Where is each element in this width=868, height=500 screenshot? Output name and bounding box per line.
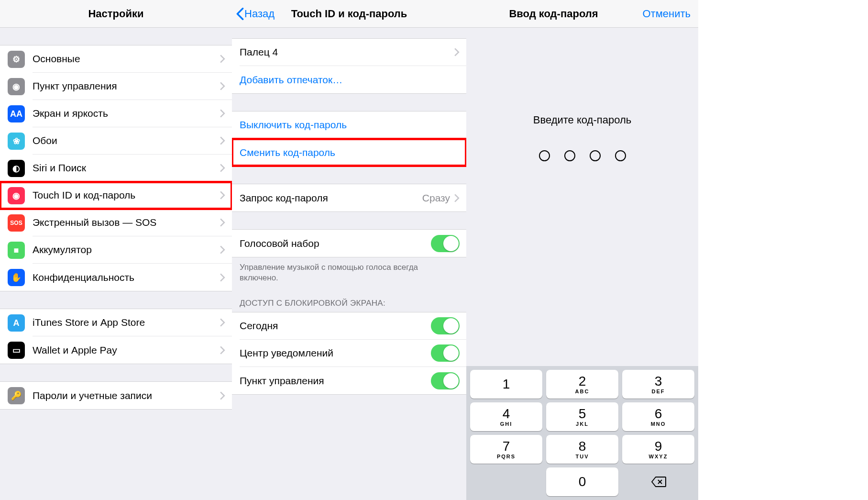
require-passcode-label: Запрос код-пароля <box>240 192 422 204</box>
chevron-right-icon <box>220 136 225 145</box>
keypad-key-letters: JKL <box>576 421 589 427</box>
passcode-dot <box>590 150 601 161</box>
add-fingerprint-cell[interactable]: Добавить отпечаток… <box>232 66 466 93</box>
disable-passcode-label: Выключить код-пароль <box>240 119 460 131</box>
keypad-blank <box>470 467 542 496</box>
accounts-icon: 🔑 <box>8 387 25 404</box>
require-passcode-cell[interactable]: Запрос код-пароля Сразу <box>232 184 466 211</box>
keypad-key-5[interactable]: 5JKL <box>546 402 618 431</box>
settings-cell[interactable]: ◉Touch ID и код-пароль <box>0 182 232 209</box>
keypad-key-1[interactable]: 1 <box>470 370 542 399</box>
nav-title: Touch ID и код-пароль <box>266 8 432 20</box>
keypad-key-number: 3 <box>655 375 662 388</box>
chevron-right-icon <box>220 82 225 90</box>
settings-cell[interactable]: ▭Wallet и Apple Pay <box>0 336 232 364</box>
settings-cell-label: Siri и Поиск <box>33 162 220 174</box>
chevron-right-icon <box>220 346 225 355</box>
keypad-key-2[interactable]: 2ABC <box>546 370 618 399</box>
keypad-key-letters: GHI <box>500 421 513 427</box>
settings-cell[interactable]: SOSЭкстренный вызов — SOS <box>0 209 232 236</box>
navbar-settings: Настройки <box>0 0 232 28</box>
keypad-delete[interactable] <box>622 467 694 496</box>
settings-cell[interactable]: ❀Обои <box>0 127 232 155</box>
keypad-key-number: 5 <box>579 407 586 421</box>
keypad-key-8[interactable]: 8TUV <box>546 435 618 464</box>
passcode-dot <box>615 150 626 161</box>
change-passcode-label: Сменить код-пароль <box>240 147 460 158</box>
chevron-right-icon <box>220 191 225 200</box>
lockscreen-item-cell[interactable]: Пункт управления <box>232 367 466 394</box>
settings-cell[interactable]: ⚙Основные <box>0 45 232 73</box>
settings-cell[interactable]: ◉Пункт управления <box>0 73 232 100</box>
voice-dial-cell[interactable]: Голосовой набор <box>232 230 466 257</box>
keypad-key-number: 6 <box>655 407 662 421</box>
passcode-dots <box>539 150 626 161</box>
keypad-key-letters: PQRS <box>497 454 516 459</box>
settings-cell[interactable]: 🔑Пароли и учетные записи <box>0 382 232 409</box>
keypad-key-letters: WXYZ <box>649 454 668 459</box>
keypad-key-letters: TUV <box>576 454 589 459</box>
settings-cell-label: Экран и яркость <box>33 108 220 119</box>
disable-passcode-cell[interactable]: Выключить код-пароль <box>232 111 466 139</box>
voice-dial-label: Голосовой набор <box>240 238 431 249</box>
privacy-icon: ✋ <box>8 269 25 286</box>
touchid-content: Палец 4 Добавить отпечаток… Выключить ко… <box>232 28 466 500</box>
settings-panel: Настройки ⚙Основные◉Пункт управленияAAЭк… <box>0 0 232 500</box>
settings-cell-label: Основные <box>33 53 220 65</box>
settings-cell[interactable]: ◐Siri и Поиск <box>0 155 232 182</box>
lockscreen-item-cell[interactable]: Центр уведомлений <box>232 340 466 367</box>
settings-cell-label: Конфиденциальность <box>33 272 220 283</box>
lockscreen-item-toggle[interactable] <box>431 344 460 362</box>
settings-cell[interactable]: ✋Конфиденциальность <box>0 264 232 291</box>
keypad-key-3[interactable]: 3DEF <box>622 370 694 399</box>
keypad-key-6[interactable]: 6MNO <box>622 402 694 431</box>
touchid-icon: ◉ <box>8 187 25 204</box>
settings-cell-label: Пункт управления <box>33 80 220 92</box>
keypad-key-letters: MNO <box>651 421 666 427</box>
passcode-area: Введите код-пароль <box>466 28 698 161</box>
keypad-key-number: 8 <box>579 440 586 453</box>
numeric-keypad: 12ABC3DEF4GHI5JKL6MNO7PQRS8TUV9WXYZ0 <box>466 366 698 500</box>
passcode-panel: Ввод код-пароля Отменить Введите код-пар… <box>466 0 698 500</box>
gear-icon: ⚙ <box>8 51 25 68</box>
keypad-key-4[interactable]: 4GHI <box>470 402 542 431</box>
settings-cell-label: Аккумулятор <box>33 244 220 256</box>
cancel-button[interactable]: Отменить <box>642 8 691 20</box>
settings-cell[interactable]: ■Аккумулятор <box>0 236 232 264</box>
lockscreen-item-label: Сегодня <box>240 320 431 332</box>
lockscreen-item-cell[interactable]: Сегодня <box>232 312 466 340</box>
lockscreen-item-toggle[interactable] <box>431 372 460 389</box>
lockscreen-item-label: Центр уведомлений <box>240 347 431 359</box>
keypad-key-0[interactable]: 0 <box>546 467 618 496</box>
wallet-icon: ▭ <box>8 342 25 359</box>
nav-title: Настройки <box>88 8 143 20</box>
keypad-key-9[interactable]: 9WXYZ <box>622 435 694 464</box>
keypad-key-number: 7 <box>503 440 510 453</box>
settings-cell-label: Touch ID и код-пароль <box>33 189 220 201</box>
settings-cell-label: Обои <box>33 135 220 146</box>
chevron-right-icon <box>220 109 225 118</box>
fingerprint-cell[interactable]: Палец 4 <box>232 39 466 66</box>
lockscreen-item-toggle[interactable] <box>431 317 460 334</box>
keypad-key-7[interactable]: 7PQRS <box>470 435 542 464</box>
voice-dial-footer: Управление музыкой с помощью голоса всег… <box>232 257 466 288</box>
chevron-right-icon <box>220 391 225 400</box>
fingerprint-label: Палец 4 <box>240 46 454 58</box>
settings-cell[interactable]: AiTunes Store и App Store <box>0 309 232 336</box>
display-icon: AA <box>8 105 25 122</box>
chevron-right-icon <box>220 273 225 282</box>
change-passcode-cell[interactable]: Сменить код-пароль <box>232 139 466 166</box>
keypad-key-number: 1 <box>503 378 510 391</box>
navbar-passcode: Ввод код-пароля Отменить <box>466 0 698 28</box>
sos-icon: SOS <box>8 214 25 232</box>
nav-title: Ввод код-пароля <box>472 8 635 20</box>
keypad-key-number: 9 <box>655 440 662 453</box>
voice-dial-toggle[interactable] <box>431 235 460 252</box>
chevron-right-icon <box>220 164 225 172</box>
appstore-icon: A <box>8 314 25 332</box>
settings-cell[interactable]: AAЭкран и яркость <box>0 100 232 127</box>
add-fingerprint-label: Добавить отпечаток… <box>240 74 460 86</box>
chevron-right-icon <box>454 194 460 202</box>
back-button[interactable]: Назад <box>236 7 275 21</box>
settings-content: ⚙Основные◉Пункт управленияAAЭкран и ярко… <box>0 28 232 500</box>
